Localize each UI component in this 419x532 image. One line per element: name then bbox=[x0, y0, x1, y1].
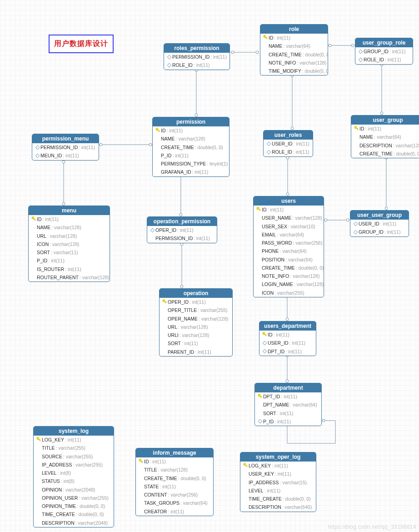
column-type: : int(11) bbox=[274, 34, 291, 41]
column-type: : varchar(255) bbox=[198, 306, 227, 314]
column-type: : varchar(128) bbox=[294, 281, 324, 288]
entity-permission_menu[interactable]: permission_menuPERMISSION_ID: int(11)MEU… bbox=[32, 134, 99, 161]
column-row: USER_ID: int(11) bbox=[259, 339, 316, 347]
entity-system_oper_log[interactable]: system_oper_logLOG_KEY: int(11)USER_KEY:… bbox=[240, 452, 316, 512]
column-row: SORT: varchar(11) bbox=[29, 248, 110, 256]
column-type: : int(11) bbox=[289, 339, 306, 346]
foreign-key-icon bbox=[357, 58, 364, 61]
column-name: ROLE_ID bbox=[272, 148, 292, 156]
column-name: DPT_NAME bbox=[263, 401, 289, 408]
foreign-key-icon bbox=[357, 50, 364, 53]
column-row: TIME_MODIFY: double(0, 0) bbox=[260, 67, 328, 75]
primary-key-icon bbox=[261, 333, 268, 336]
foreign-key-icon bbox=[34, 154, 40, 157]
entity-user_group[interactable]: user_groupID: int(11)NAME: varchar(64)DE… bbox=[351, 115, 419, 158]
column-type: : double(0, 0) bbox=[195, 144, 223, 151]
column-row: IP_ADDRESS: varchar(255) bbox=[34, 461, 114, 469]
entity-operation[interactable]: operationOPER_ID: int(11)OPER_TITLE: var… bbox=[159, 288, 233, 356]
column-type: : varchar(128) bbox=[292, 214, 322, 221]
entity-department[interactable]: departmentDPT_ID: int(11)DPT_NAME: varch… bbox=[254, 383, 322, 426]
entity-system_log[interactable]: system_logLOG_KEY: int(11)TITLE: varchar… bbox=[33, 426, 114, 527]
column-name: OPINION_USER bbox=[42, 494, 78, 502]
column-row: NOTE_INFO: varchar(128) bbox=[260, 59, 328, 67]
column-name: LOGIN_NAME bbox=[262, 281, 293, 288]
column-name: P_ID bbox=[37, 257, 47, 264]
entity-operation_permission[interactable]: operation_permissionOPER_ID: int(11)PERM… bbox=[147, 216, 217, 243]
column-type: : int(11) bbox=[385, 56, 401, 63]
svg-point-25 bbox=[149, 143, 152, 146]
column-row: P_ID: int(11) bbox=[255, 417, 321, 426]
column-row: LOG_KEY: int(11) bbox=[34, 436, 114, 444]
svg-point-33 bbox=[286, 193, 289, 196]
primary-key-icon bbox=[155, 129, 161, 132]
column-name: POSITION bbox=[262, 256, 284, 263]
column-name: DESCRIPTION bbox=[42, 519, 75, 527]
column-name: DPT_ID bbox=[268, 348, 284, 355]
entity-user_group_role[interactable]: user_group_roleGROUP_ID: int(11)ROLE_ID:… bbox=[355, 38, 413, 65]
column-type: : varchar(64) bbox=[277, 231, 304, 238]
column-name: PERMISSION_ID bbox=[155, 235, 193, 242]
svg-point-26 bbox=[62, 161, 65, 163]
entity-role[interactable]: roleID: int(11)NAME: varchar(64)CREATE_T… bbox=[260, 24, 328, 75]
entity-user_user_group[interactable]: user_user_groupUSER_ID: int(11)GROUP_ID:… bbox=[350, 210, 409, 237]
column-name: DPT_ID bbox=[263, 393, 280, 400]
column-row: ROLE_ID: int(11) bbox=[355, 55, 413, 64]
column-row: GROUP_ID: int(11) bbox=[350, 228, 409, 236]
entity-user_roles[interactable]: user_rolesUSER_ID: int(11)ROLE_ID: int(1… bbox=[263, 130, 313, 157]
column-type: : int(11) bbox=[65, 436, 81, 443]
column-type: : varchar(64) bbox=[283, 42, 310, 50]
svg-point-37 bbox=[385, 207, 388, 210]
diagram-title-label: 用户数据库设计 bbox=[49, 35, 114, 53]
column-type: : int(11) bbox=[195, 348, 211, 356]
entity-roles_permission[interactable]: roles_permissionPERMISSION_ID: int(11)RO… bbox=[164, 43, 230, 70]
entity-header: user_group_role bbox=[355, 38, 413, 47]
column-type: : int(11) bbox=[48, 257, 65, 264]
column-type: : double(0, 0) bbox=[76, 511, 104, 518]
column-row: TITLE: varchar(128) bbox=[136, 466, 213, 474]
column-name: CREATOR bbox=[144, 508, 167, 515]
column-row: ID: int(11) bbox=[254, 206, 324, 214]
entity-header: users bbox=[254, 196, 324, 206]
entity-users_department[interactable]: users_departmentID: int(11)USER_ID: int(… bbox=[259, 321, 316, 356]
column-name: ID bbox=[268, 331, 273, 338]
column-row: OPINION_TIME: double(0, 0) bbox=[34, 502, 114, 510]
column-row: LEVEL: int(8) bbox=[34, 469, 114, 477]
column-row: DESCRIPTION: varchar(2048) bbox=[34, 519, 114, 527]
column-type: : double(0, 0) bbox=[302, 67, 328, 75]
column-name: LEVEL bbox=[249, 487, 264, 494]
column-row: NOTE_INFO: varchar(128) bbox=[254, 272, 324, 280]
entity-menu[interactable]: menuID: int(11)NAME: varchar(128)URL: va… bbox=[28, 206, 110, 282]
column-row: SOURCE: varchar(255) bbox=[34, 452, 114, 461]
entity-permission[interactable]: permissionID: int(11)NAME: varchar(128)C… bbox=[152, 117, 229, 177]
entity-users[interactable]: usersID: int(11)USER_NAME: varchar(128)U… bbox=[253, 196, 324, 297]
entity-inform_message[interactable]: inform_messageID: int(11)TITLE: varchar(… bbox=[135, 448, 214, 516]
entity-header: operation bbox=[160, 289, 232, 298]
column-row: CREATE_TIME: double(0, 0) bbox=[136, 474, 213, 482]
primary-key-icon bbox=[242, 464, 249, 467]
svg-point-24 bbox=[100, 143, 102, 146]
entity-header: menu bbox=[29, 206, 110, 215]
column-row: ICON: varchar(128) bbox=[29, 240, 110, 248]
column-type: : int(11) bbox=[194, 235, 210, 242]
column-name: CREATE_TIME bbox=[161, 144, 194, 151]
column-type: : varchar(128) bbox=[175, 135, 205, 142]
column-name: DESCRIPTION bbox=[249, 503, 281, 511]
column-row: STATUS: int(8) bbox=[34, 477, 114, 485]
column-name: ID bbox=[262, 206, 267, 213]
column-row: CREATOR: int(11) bbox=[136, 507, 213, 516]
column-type: : varchar(255) bbox=[274, 289, 304, 296]
column-name: ROUTER_PARENT bbox=[37, 274, 79, 281]
column-type: : int(11) bbox=[275, 470, 291, 477]
column-row: ID: int(11) bbox=[153, 126, 229, 135]
entity-header: system_log bbox=[34, 427, 114, 436]
column-name: PERMISSION_TYPE bbox=[161, 160, 206, 167]
column-row: USER_SEX: varchar(10) bbox=[254, 222, 324, 231]
column-type: : int(11) bbox=[380, 220, 397, 227]
column-row: P_ID: int(11) bbox=[153, 151, 229, 160]
column-type: : int(11) bbox=[43, 216, 59, 223]
column-row: TASK_GROUPS: varchar(64) bbox=[136, 499, 213, 507]
foreign-key-icon bbox=[352, 231, 359, 234]
column-name: GROUP_ID bbox=[359, 228, 384, 236]
column-type: : double(0, 0) bbox=[296, 264, 324, 271]
column-name: IS_ROUTER bbox=[37, 266, 64, 273]
